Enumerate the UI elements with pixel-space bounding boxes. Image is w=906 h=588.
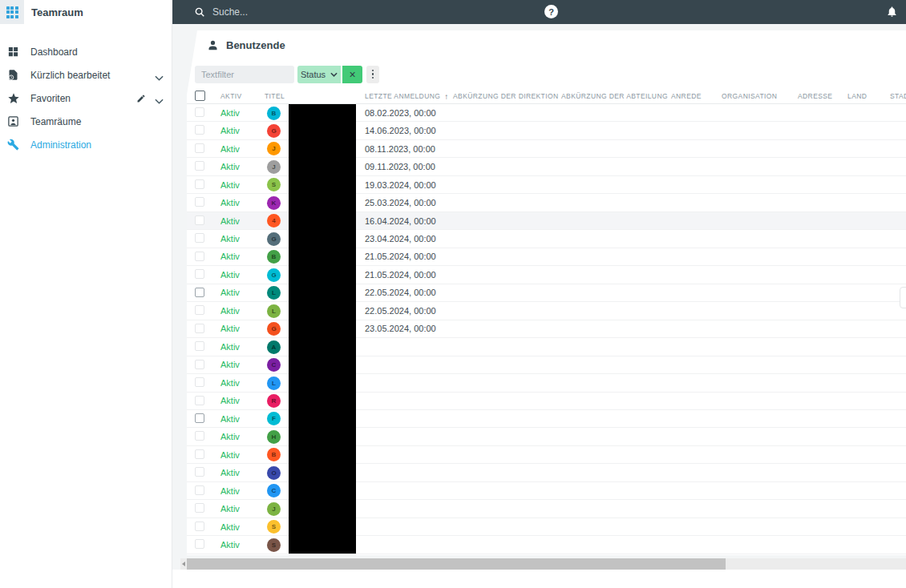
chevron-down-icon[interactable]	[155, 93, 164, 107]
row-checkbox[interactable]	[195, 522, 204, 531]
row-checkbox[interactable]	[195, 396, 204, 405]
status-active-label: Aktiv	[220, 410, 240, 427]
avatar: C	[267, 358, 281, 372]
row-checkbox[interactable]	[195, 107, 204, 117]
avatar: S	[267, 538, 281, 552]
select-all-checkbox[interactable]	[195, 91, 205, 101]
sidebar-item-k-rzlich-bearbeitet[interactable]: Kürzlich bearbeitet	[0, 63, 172, 87]
status-active-label: Aktiv	[220, 122, 240, 139]
row-checkbox[interactable]	[195, 161, 204, 171]
help-icon[interactable]: ?	[544, 5, 558, 18]
avatar: S	[267, 178, 281, 191]
notifications-bell-icon[interactable]	[886, 5, 898, 22]
row-checkbox[interactable]	[195, 503, 204, 513]
row-checkbox[interactable]	[195, 197, 204, 207]
row-checkbox[interactable]	[195, 143, 204, 153]
row-checkbox[interactable]	[195, 233, 204, 243]
row-checkbox[interactable]	[195, 449, 204, 459]
sidebar-item-favoriten[interactable]: Favoriten	[0, 87, 172, 110]
status-active-label: Aktiv	[220, 266, 240, 283]
column-header-adresse[interactable]: ADRESSE	[798, 88, 832, 104]
avatar: G	[267, 232, 281, 246]
status-active-label: Aktiv	[220, 320, 240, 337]
row-checkbox[interactable]	[195, 125, 204, 135]
row-checkbox[interactable]	[195, 431, 204, 441]
avatar: S	[267, 520, 281, 534]
topbar: Teamraum Suche... ?	[0, 0, 906, 24]
avatar: K	[267, 196, 281, 210]
column-header-anrede[interactable]: ANREDE	[671, 88, 702, 104]
avatar: 4	[267, 214, 281, 228]
row-checkbox[interactable]	[195, 269, 204, 279]
page-title: Benutzende	[226, 39, 285, 51]
topbar-dark: Suche... ?	[172, 0, 906, 24]
row-checkbox[interactable]	[195, 324, 204, 333]
avatar: J	[267, 142, 281, 155]
more-options-button[interactable]	[366, 66, 379, 83]
sidebar-item-label: Kürzlich bearbeitet	[30, 70, 110, 81]
chevron-down-icon[interactable]	[155, 70, 164, 84]
status-active-label: Aktiv	[220, 158, 240, 175]
column-header-land[interactable]: LAND	[847, 88, 867, 104]
status-active-label: Aktiv	[220, 464, 240, 481]
status-active-label: Aktiv	[220, 176, 240, 193]
person-icon	[207, 39, 219, 51]
wrench-icon	[6, 138, 20, 151]
scroll-left-arrow-icon[interactable]	[182, 562, 185, 566]
sidebar-item-label: Administration	[30, 139, 91, 151]
last-login-value: 21.05.2024, 00:00	[365, 248, 436, 265]
sort-ascending-icon: ↑	[444, 92, 448, 101]
row-checkbox[interactable]	[195, 467, 204, 477]
last-login-value: 08.11.2023, 00:00	[365, 140, 435, 157]
recent-document-icon	[6, 68, 20, 82]
row-checkbox[interactable]	[195, 341, 204, 351]
avatar: J	[267, 502, 281, 516]
status-active-label: Aktiv	[220, 302, 240, 319]
status-active-label: Aktiv	[220, 446, 240, 463]
sidebar-item-dashboard[interactable]: Dashboard	[0, 40, 172, 63]
column-header-abkürzung-der-direktion[interactable]: ABKÜRZUNG DER DIREKTION	[453, 88, 559, 104]
row-checkbox[interactable]	[195, 288, 204, 297]
column-header-aktiv[interactable]: AKTIV	[220, 88, 242, 104]
last-login-value: 22.05.2024, 00:00	[365, 302, 436, 319]
row-checkbox[interactable]	[195, 360, 204, 369]
clear-status-filter-button[interactable]: ×	[342, 66, 362, 83]
column-header-organisation[interactable]: ORGANISATION	[722, 88, 777, 104]
last-login-value: 21.05.2024, 00:00	[365, 266, 436, 283]
row-checkbox[interactable]	[195, 179, 204, 189]
sidebar-item-teamr-ume[interactable]: Teamräume	[0, 110, 172, 133]
app-launcher-button[interactable]	[0, 0, 24, 24]
star-icon	[6, 91, 20, 105]
row-checkbox[interactable]	[195, 539, 204, 549]
row-checkbox[interactable]	[195, 305, 204, 315]
last-login-value: 08.02.2023, 00:00	[365, 104, 436, 121]
row-checkbox[interactable]	[195, 215, 204, 225]
last-login-value: 14.06.2023, 00:00	[365, 122, 436, 139]
avatar: G	[267, 268, 281, 282]
row-checkbox[interactable]	[195, 413, 204, 423]
global-search[interactable]: Suche...	[194, 6, 248, 18]
status-active-label: Aktiv	[220, 428, 240, 445]
last-login-value: 23.04.2024, 00:00	[365, 230, 436, 247]
sidebar-item-administration[interactable]: Administration	[0, 133, 172, 156]
status-active-label: Aktiv	[220, 230, 240, 247]
scrollbar-thumb[interactable]	[187, 558, 726, 570]
row-checkbox[interactable]	[195, 377, 204, 387]
status-filter-chip[interactable]: Status	[297, 66, 341, 83]
users-card: Benutzende Status × AKTIVT	[187, 30, 906, 555]
horizontal-scrollbar[interactable]	[180, 558, 906, 570]
chevron-down-icon	[330, 72, 338, 77]
text-filter-input[interactable]	[195, 66, 294, 83]
column-header-letzte-anmeldung[interactable]: LETZTE ANMELDUNG↑	[365, 88, 449, 104]
row-checkbox[interactable]	[195, 485, 204, 495]
column-header-abkürzung-der-abteilung[interactable]: ABKÜRZUNG DER ABTEILUNG	[561, 88, 668, 104]
status-active-label: Aktiv	[220, 356, 240, 373]
avatar: F	[267, 412, 281, 425]
row-checkbox[interactable]	[195, 252, 204, 261]
edge-scroll-indicator	[900, 287, 906, 308]
column-header-stadt[interactable]: STADT	[890, 88, 906, 104]
status-filter-label: Status	[301, 70, 326, 79]
column-header-titel[interactable]: TITEL	[265, 88, 285, 104]
pencil-icon[interactable]	[136, 92, 146, 107]
table-header: AKTIVTITELLETZTE ANMELDUNG↑ABKÜRZUNG DER…	[187, 88, 906, 104]
